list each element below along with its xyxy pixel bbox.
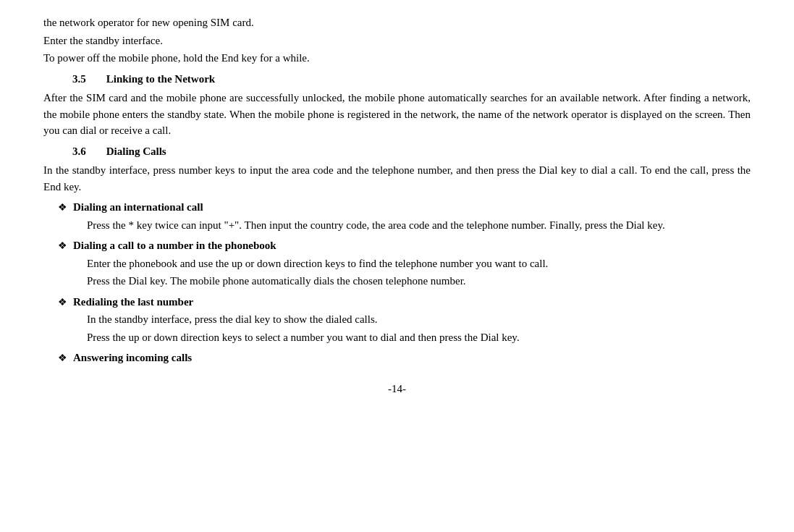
bullet2-body1: Enter the phonebook and use the up or do…	[43, 256, 751, 272]
bullet3-body2: Press the up or down direction keys to s…	[43, 329, 751, 346]
bullet-international-call-heading-row: ❖ Dialing an international call	[43, 199, 751, 216]
bullet1-title: Dialing an international call	[73, 199, 203, 216]
bullet-redialing: ❖ Redialing the last number In the stand…	[43, 294, 751, 346]
bullet-answering-heading-row: ❖ Answering incoming calls	[43, 350, 751, 366]
section-35-title: Linking to the Network	[106, 71, 215, 88]
page-content: the network operator for new opening SIM…	[43, 14, 751, 397]
bullet-redialing-heading-row: ❖ Redialing the last number	[43, 294, 751, 311]
bullet1-body: Press the * key twice can input "+". The…	[43, 217, 751, 234]
bullet2-body2: Press the Dial key. The mobile phone aut…	[43, 273, 751, 290]
bullet2-diamond: ❖	[58, 238, 67, 253]
section-36-title: Dialing Calls	[106, 143, 166, 160]
bullet-phonebook-call-heading-row: ❖ Dialing a call to a number in the phon…	[43, 237, 751, 254]
section-36-heading: 3.6 Dialing Calls	[72, 143, 751, 160]
line2: Enter the standby interface.	[43, 33, 751, 49]
line3: To power off the mobile phone, hold the …	[43, 50, 751, 67]
bullet2-title: Dialing a call to a number in the phoneb…	[73, 237, 276, 254]
bullet3-body1: In the standby interface, press the dial…	[43, 311, 751, 328]
bullet3-title: Redialing the last number	[73, 294, 193, 311]
bullet1-diamond: ❖	[58, 200, 67, 215]
page-number: -14-	[43, 381, 751, 397]
bullet3-diamond: ❖	[58, 295, 67, 310]
section-35-heading: 3.5 Linking to the Network	[72, 71, 751, 88]
section-35-body: After the SIM card and the mobile phone …	[43, 90, 751, 139]
bullet4-title: Answering incoming calls	[73, 350, 192, 366]
line1: the network operator for new opening SIM…	[43, 14, 751, 31]
section-36-number: 3.6	[72, 143, 86, 160]
bullet-phonebook-call: ❖ Dialing a call to a number in the phon…	[43, 237, 751, 290]
bullet-international-call: ❖ Dialing an international call Press th…	[43, 199, 751, 233]
bullet4-diamond: ❖	[58, 350, 67, 366]
bullet-answering: ❖ Answering incoming calls	[43, 350, 751, 366]
section-35-number: 3.5	[72, 71, 86, 88]
section-36-body: In the standby interface, press number k…	[43, 162, 751, 195]
